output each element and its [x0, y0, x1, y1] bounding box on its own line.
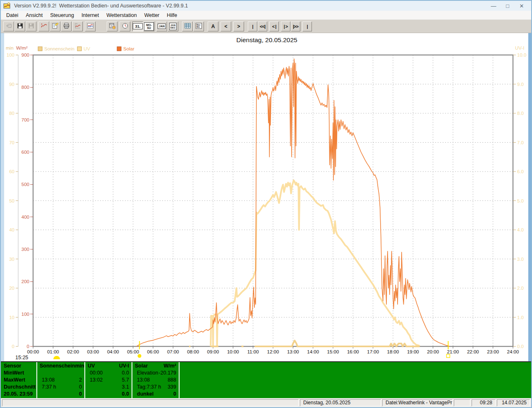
cell — [40, 370, 42, 377]
print-icon — [63, 22, 70, 31]
titlebar: Version V2.99.9.2! Wetterstation Bedien-… — [1, 1, 531, 11]
svg-text:Dienstag, 20.05.2025: Dienstag, 20.05.2025 — [236, 36, 297, 43]
auto-scale-button[interactable]: A — [208, 21, 218, 31]
clock-icon — [122, 22, 129, 31]
back-button[interactable] — [3, 21, 14, 31]
status-current-date-cell: 14.07.2025 — [497, 399, 530, 406]
svg-text:3.0: 3.0 — [517, 257, 524, 262]
multi-chart-button[interactable] — [85, 21, 96, 31]
statusbar: Dienstag, 20.05.2025 Datei:Weatherlink -… — [1, 398, 531, 407]
prev-button[interactable]: < — [220, 21, 231, 31]
col-unit: UV-I — [119, 363, 129, 370]
svg-text:80: 80 — [9, 111, 14, 116]
cell: 0.0 — [122, 370, 129, 377]
save-button[interactable] — [14, 21, 25, 31]
svg-text:8.0: 8.0 — [517, 111, 524, 116]
sonnenschein-series — [189, 341, 419, 346]
status-message-cell — [2, 399, 299, 406]
view-year-button[interactable]: JANDEC — [168, 21, 178, 31]
svg-text:100: 100 — [22, 312, 29, 317]
nav-forward-button[interactable]: | > — [281, 21, 290, 31]
menu-ansicht[interactable]: Ansicht — [22, 12, 46, 18]
svg-text:06:00: 06:00 — [147, 349, 159, 354]
legend-swatch-uv — [77, 47, 81, 51]
svg-text:0: 0 — [12, 344, 14, 349]
calendar-clock-icon: 31 — [109, 22, 116, 31]
nav-fast-forward-button[interactable]: |>> — [291, 21, 300, 31]
svg-text:01:00: 01:00 — [47, 349, 59, 354]
print-button[interactable] — [61, 21, 72, 31]
calendar-clock-button[interactable]: 31 — [107, 21, 117, 31]
view-day-button[interactable]: 31. — [132, 21, 143, 31]
table-view-button[interactable] — [182, 21, 193, 31]
save-as-button[interactable] — [26, 21, 36, 31]
cell: 3.1 — [122, 384, 129, 391]
daylight-duration-label: 15:25 — [15, 355, 28, 360]
svg-text:02:00: 02:00 — [67, 349, 79, 354]
toolbar: °C 31 31. MO-SU JAN JANDEC MaxMin A < > … — [1, 20, 531, 33]
nav-fast-back-button[interactable]: <<| — [258, 21, 267, 31]
cell — [88, 391, 90, 398]
svg-text:100: 100 — [7, 52, 14, 57]
menu-hilfe[interactable]: Hilfe — [163, 12, 181, 18]
svg-text:24:00: 24:00 — [507, 349, 519, 354]
sensor-summary-panel: Sensor MinWert MaxWert Durchschnitt 20.0… — [1, 361, 531, 398]
menu-internet[interactable]: Internet — [78, 12, 103, 18]
svg-text:0: 0 — [27, 344, 29, 349]
svg-text:17:00: 17:00 — [367, 349, 379, 354]
app-icon — [3, 2, 11, 10]
svg-text:13:00: 13:00 — [287, 349, 299, 354]
svg-text:UV-I: UV-I — [515, 45, 524, 50]
svg-text:14:00: 14:00 — [307, 349, 319, 354]
menu-steuerung[interactable]: Steuerung — [46, 12, 78, 18]
temperature-chart-button[interactable] — [38, 21, 49, 31]
svg-text:900: 900 — [22, 52, 29, 57]
svg-text:21:00: 21:00 — [447, 349, 459, 354]
cell: 0 — [79, 384, 82, 391]
nav-last-button[interactable]: | — [302, 21, 312, 31]
svg-text:12:00: 12:00 — [267, 349, 279, 354]
svg-text:1.0: 1.0 — [517, 315, 524, 320]
maximize-button[interactable]: □ — [501, 3, 515, 9]
svg-text:10: 10 — [9, 315, 14, 320]
nav-back-button[interactable]: < | — [269, 21, 279, 31]
svg-text:6.0: 6.0 — [517, 169, 524, 174]
right-frame-strip — [528, 33, 531, 361]
summary-col-solar: SolarW/m² Elevation-20.179 13:08888 Tag:… — [132, 362, 180, 398]
max-min-button[interactable]: MaxMin — [193, 21, 204, 31]
cell: 13:08 — [40, 377, 55, 384]
close-button[interactable]: ✕ — [515, 3, 529, 9]
left-frame-strip — [1, 33, 4, 361]
chart-settings-button[interactable]: °C — [72, 21, 83, 31]
view-month-button[interactable]: JAN — [156, 21, 167, 31]
summary-label-minwert: MinWert — [4, 370, 36, 377]
svg-text:04:00: 04:00 — [107, 349, 119, 354]
y-axis-wm2: 0100200300400500600700800900W/m² — [16, 45, 33, 349]
edit-report-button[interactable] — [50, 21, 60, 31]
cell — [88, 384, 90, 391]
view-week-button[interactable]: MO-SU — [144, 21, 154, 31]
svg-text:00:00: 00:00 — [27, 349, 39, 354]
nav-first-button[interactable]: | — [248, 21, 257, 31]
col-header: Sonnenschein — [40, 363, 75, 370]
svg-text:800: 800 — [22, 85, 29, 90]
minimize-button[interactable]: — — [486, 3, 501, 9]
status-empty-cell — [454, 399, 470, 406]
menu-wetter[interactable]: Wetter — [141, 12, 163, 18]
menu-wetterstation[interactable]: Wetterstation — [103, 12, 140, 18]
clock-button[interactable] — [120, 21, 130, 31]
daylight-sun-icon — [53, 356, 60, 359]
svg-text:2.0: 2.0 — [517, 286, 524, 291]
svg-text:200: 200 — [22, 279, 29, 284]
menubar: Datei Ansicht Steuerung Internet Wetters… — [1, 11, 531, 20]
next-button[interactable]: > — [233, 21, 244, 31]
svg-text:400: 400 — [22, 215, 29, 220]
svg-text:10.0: 10.0 — [517, 52, 526, 57]
menu-datei[interactable]: Datei — [2, 12, 22, 18]
cell: 888 — [168, 377, 176, 384]
cell: 5.7 — [122, 377, 129, 384]
svg-text:50: 50 — [9, 198, 14, 203]
edit-report-icon — [52, 22, 59, 31]
cell: 7:37 h — [40, 384, 56, 391]
cell: 0.0 — [122, 391, 129, 398]
